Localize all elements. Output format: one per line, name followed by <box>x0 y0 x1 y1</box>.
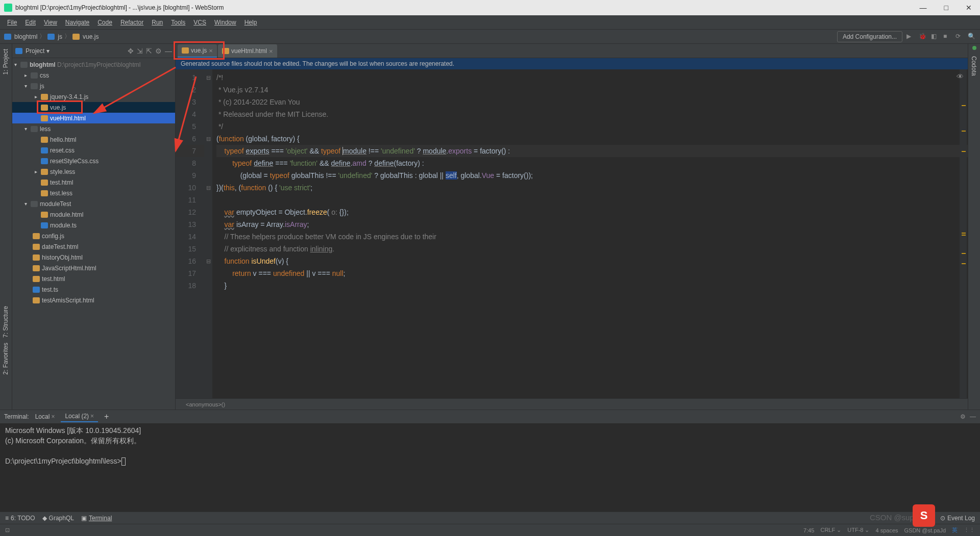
maximize-button[interactable]: □ <box>940 3 952 13</box>
tool-window-quick-access-icon[interactable]: ⊡ <box>5 527 10 533</box>
expand-all-icon[interactable]: ⇲ <box>137 47 143 55</box>
tab-vuehtml[interactable]: vueHtml.html × <box>218 44 277 58</box>
add-configuration-button[interactable]: Add Configuration... <box>837 31 902 42</box>
collapse-all-icon[interactable]: ⇱ <box>146 47 152 55</box>
menu-tools[interactable]: Tools <box>167 17 189 28</box>
menu-view[interactable]: View <box>40 17 61 28</box>
tree-js[interactable]: ▾js <box>12 81 175 91</box>
inspection-eye-icon[interactable]: 👁 <box>957 72 964 81</box>
codota-tool-button[interactable]: Codota <box>970 56 977 76</box>
tree-hello[interactable]: hello.html <box>12 134 175 145</box>
menu-refactor[interactable]: Refactor <box>116 17 148 28</box>
fold-gutter[interactable]: ⊟⊟⊟⊟ <box>204 69 212 398</box>
editor-breadcrumb[interactable]: <anonymous>() <box>176 398 968 410</box>
tree-resetstyle[interactable]: resetStyleCss.css <box>12 156 175 166</box>
tree-jquery[interactable]: ▸jquery-3.4.1.js <box>12 91 175 102</box>
tree-less[interactable]: ▾less <box>12 123 175 134</box>
tree-root[interactable]: ▾ bloghtml D:\project\1myProject\bloghtm… <box>12 59 175 70</box>
line-numbers: 123456789101112131415161718 <box>176 69 204 398</box>
crumb-root[interactable]: bloghtml <box>14 33 37 40</box>
tree-test2[interactable]: test.html <box>12 273 175 284</box>
project-tool-window: Project ▾ ✥ ⇲ ⇱ ⚙ — ▾ bloghtml D:\projec… <box>12 44 176 410</box>
add-terminal-button[interactable]: + <box>100 412 113 421</box>
gear-icon[interactable]: ⚙ <box>155 47 162 55</box>
vcs-update-icon[interactable]: ⟳ <box>955 33 964 41</box>
tree-testts[interactable]: test.ts <box>12 284 175 295</box>
terminal-tab-local[interactable]: Local× <box>31 412 59 422</box>
status-position[interactable]: 7:45 <box>803 527 814 533</box>
tree-datetest[interactable]: dateTest.html <box>12 241 175 252</box>
status-indent[interactable]: 4 spaces <box>876 527 898 533</box>
structure-tool-button[interactable]: 7: Structure <box>2 306 9 338</box>
close-tab-icon[interactable]: × <box>209 47 213 55</box>
menu-edit[interactable]: Edit <box>21 17 40 28</box>
codota-icon[interactable] <box>972 46 976 50</box>
gear-icon[interactable]: ⚙ <box>960 413 966 420</box>
tree-config[interactable]: config.js <box>12 231 175 241</box>
terminal-tool-button[interactable]: ▣ Terminal <box>81 515 112 522</box>
close-tab-icon[interactable]: × <box>269 47 273 55</box>
menu-code[interactable]: Code <box>93 17 116 28</box>
chevron-down-icon[interactable]: ▾ <box>46 47 50 55</box>
locate-icon[interactable]: ✥ <box>128 47 134 55</box>
status-line-sep[interactable]: CRLF ⌄ <box>820 527 841 533</box>
crumb-js[interactable]: js <box>58 33 62 40</box>
js-file-icon <box>182 47 189 54</box>
menu-file[interactable]: File <box>3 17 21 28</box>
favorites-tool-button[interactable]: 2: Favorites <box>2 343 9 375</box>
tree-testamis[interactable]: testAmisScript.html <box>12 295 175 305</box>
terminal-body[interactable]: Microsoft Windows [版本 10.0.19045.2604] (… <box>0 423 980 512</box>
todo-tool-button[interactable]: ≡ 6: TODO <box>5 515 35 522</box>
tree-css[interactable]: ▸css <box>12 70 175 81</box>
tree-testhtml[interactable]: test.html <box>12 177 175 188</box>
tab-vuejs[interactable]: vue.js × <box>178 44 217 58</box>
menu-help[interactable]: Help <box>240 17 261 28</box>
app-icon <box>4 4 12 12</box>
tree-style[interactable]: ▸style.less <box>12 166 175 177</box>
tree-testless[interactable]: test.less <box>12 188 175 198</box>
editor-tabs: vue.js × vueHtml.html × <box>176 44 968 58</box>
editor-notification: Generated source files should not be edi… <box>176 58 968 69</box>
menu-vcs[interactable]: VCS <box>189 17 210 28</box>
tree-modulehtml[interactable]: module.html <box>12 209 175 220</box>
notification-icon[interactable]: ⋮⋮ <box>964 527 975 533</box>
hide-icon[interactable]: — <box>165 47 172 55</box>
tree-vue[interactable]: vue.js <box>12 102 175 113</box>
search-icon[interactable]: 🔍 <box>968 33 976 41</box>
hide-icon[interactable]: — <box>970 413 976 420</box>
code-content[interactable]: /*! * Vue.js v2.7.14 * (c) 2014-2022 Eva… <box>212 69 968 398</box>
coverage-button[interactable]: ◧ <box>931 33 939 41</box>
status-encoding[interactable]: UTF-8 ⌄ <box>847 527 869 533</box>
menu-run[interactable]: Run <box>148 17 167 28</box>
close-icon[interactable]: × <box>90 413 94 420</box>
stop-button[interactable]: ■ <box>943 33 951 41</box>
terminal-tab-local2[interactable]: Local (2)× <box>61 411 98 422</box>
close-icon[interactable]: × <box>51 413 55 420</box>
code-area[interactable]: 123456789101112131415161718 ⊟⊟⊟⊟ /*! * V… <box>176 69 968 398</box>
tree-modulets[interactable]: module.ts <box>12 220 175 231</box>
project-tool-button[interactable]: 1: Project <box>2 49 9 75</box>
event-log-button[interactable]: ⊙ Event Log <box>940 515 975 522</box>
window-titlebar: bloghtml [D:\project\1myProject\bloghtml… <box>0 0 980 15</box>
tree-vuehtml[interactable]: vueHtml.html <box>12 113 175 123</box>
menu-window[interactable]: Window <box>210 17 240 28</box>
terminal-tool-window: Terminal: Local× Local (2)× + ⚙ — Micros… <box>0 410 980 512</box>
ime-badge[interactable]: S <box>913 504 935 527</box>
tree-jsh[interactable]: JavaScriptHtml.html <box>12 263 175 273</box>
project-tree: ▾ bloghtml D:\project\1myProject\bloghtm… <box>12 58 175 410</box>
graphql-tool-button[interactable]: ◆ GraphQL <box>42 515 74 522</box>
close-button[interactable]: ✕ <box>962 3 976 13</box>
tree-reset[interactable]: reset.css <box>12 145 175 156</box>
tab-label: vueHtml.html <box>231 47 267 55</box>
crumb-file[interactable]: vue.js <box>83 33 99 40</box>
tree-moduletest[interactable]: ▾moduleTest <box>12 198 175 209</box>
minimize-button[interactable]: — <box>916 3 931 13</box>
tree-historyobj[interactable]: historyObj.html <box>12 252 175 263</box>
run-button[interactable]: ▶ <box>906 33 915 41</box>
project-icon <box>15 48 22 54</box>
debug-button[interactable]: 🐞 <box>919 33 927 41</box>
menu-navigate[interactable]: Navigate <box>61 17 93 28</box>
status-bar: ⊡ 7:45 CRLF ⌄ UTF-8 ⌄ 4 spaces GSDN @st.… <box>0 524 980 536</box>
error-stripe[interactable]: 👁 <box>960 69 967 398</box>
project-head-label[interactable]: Project <box>26 47 44 55</box>
